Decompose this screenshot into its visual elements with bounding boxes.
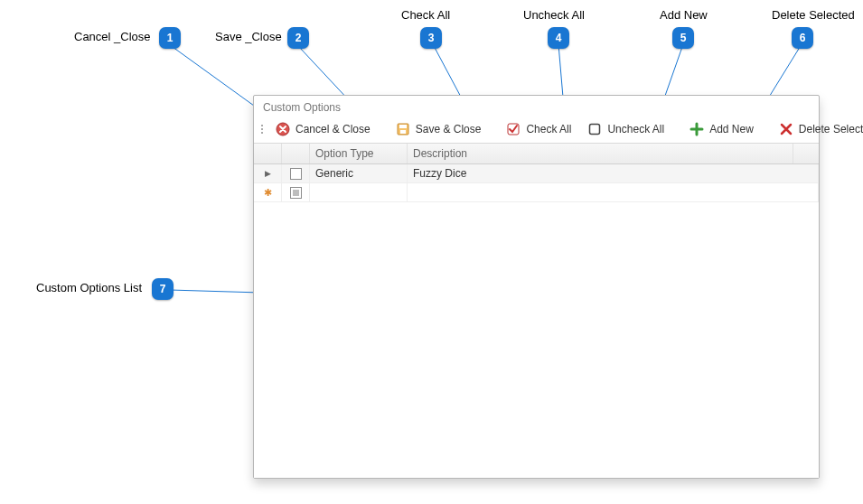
- callout-badge-5: 5: [672, 27, 694, 49]
- callout-badge-7: 7: [152, 278, 174, 300]
- row-indicator-current: ▶: [254, 164, 282, 182]
- row-option-type[interactable]: Generic: [310, 164, 408, 182]
- callout-badge-6: 6: [792, 27, 813, 49]
- callout-label-3: Check All: [401, 8, 450, 22]
- window-title: Custom Options: [254, 96, 819, 117]
- row-description[interactable]: [408, 183, 819, 201]
- grid-header: Option Type Description: [254, 144, 819, 164]
- row-description[interactable]: Fuzzy Dice: [408, 164, 819, 182]
- callout-badge-3: 3: [420, 27, 442, 49]
- callout-label-2: Save _Close: [215, 30, 282, 43]
- callout-label-4: Uncheck All: [523, 8, 585, 22]
- table-row[interactable]: ▶ Generic Fuzzy Dice: [254, 164, 819, 183]
- uncheck-all-label: Uncheck All: [607, 123, 664, 135]
- toolbar-grip[interactable]: [261, 125, 263, 134]
- uncheck-all-button[interactable]: Uncheck All: [580, 119, 671, 139]
- custom-options-window: Custom Options Cancel & Close Save & Clo…: [253, 95, 820, 479]
- uncheck-all-icon: [587, 122, 602, 136]
- svg-rect-9: [399, 125, 407, 128]
- row-indicator-new: ✱: [254, 183, 282, 201]
- cancel-icon: [276, 122, 290, 136]
- save-close-label: Save & Close: [416, 123, 482, 135]
- add-new-label: Add New: [709, 123, 754, 135]
- save-close-button[interactable]: Save & Close: [389, 119, 489, 139]
- row-checkbox[interactable]: [282, 183, 310, 201]
- table-row[interactable]: ✱: [254, 183, 819, 202]
- grid-header-option-type[interactable]: Option Type: [310, 144, 408, 163]
- callout-badge-4: 4: [548, 27, 569, 49]
- add-icon: [689, 122, 704, 136]
- save-icon: [396, 122, 410, 136]
- callout-label-1: Cancel _Close: [74, 30, 151, 43]
- callout-label-5: Add New: [660, 8, 708, 22]
- delete-selected-button[interactable]: Delete Selected: [772, 119, 863, 139]
- svg-rect-12: [590, 125, 600, 135]
- svg-rect-10: [400, 130, 406, 134]
- delete-selected-label: Delete Selected: [799, 123, 863, 135]
- row-checkbox[interactable]: [282, 164, 310, 182]
- check-all-icon: [506, 122, 521, 136]
- custom-options-list[interactable]: ▶ Generic Fuzzy Dice ✱: [254, 164, 819, 478]
- grid-header-checkbox[interactable]: [282, 144, 310, 163]
- check-all-button[interactable]: Check All: [499, 119, 578, 139]
- toolbar: Cancel & Close Save & Close Check All Un…: [254, 117, 819, 144]
- row-option-type[interactable]: [310, 183, 408, 201]
- callout-badge-2: 2: [287, 27, 309, 49]
- delete-icon: [779, 122, 793, 136]
- grid-header-end: [793, 144, 819, 163]
- cancel-close-button[interactable]: Cancel & Close: [268, 119, 378, 139]
- check-all-label: Check All: [526, 123, 571, 135]
- callout-label-6: Delete Selected: [772, 8, 855, 22]
- add-new-button[interactable]: Add New: [682, 119, 761, 139]
- grid-header-indicator[interactable]: [254, 144, 282, 163]
- grid-header-description[interactable]: Description: [408, 144, 793, 163]
- cancel-close-label: Cancel & Close: [295, 123, 371, 135]
- callout-label-7: Custom Options List: [36, 281, 142, 294]
- callout-badge-1: 1: [159, 27, 181, 49]
